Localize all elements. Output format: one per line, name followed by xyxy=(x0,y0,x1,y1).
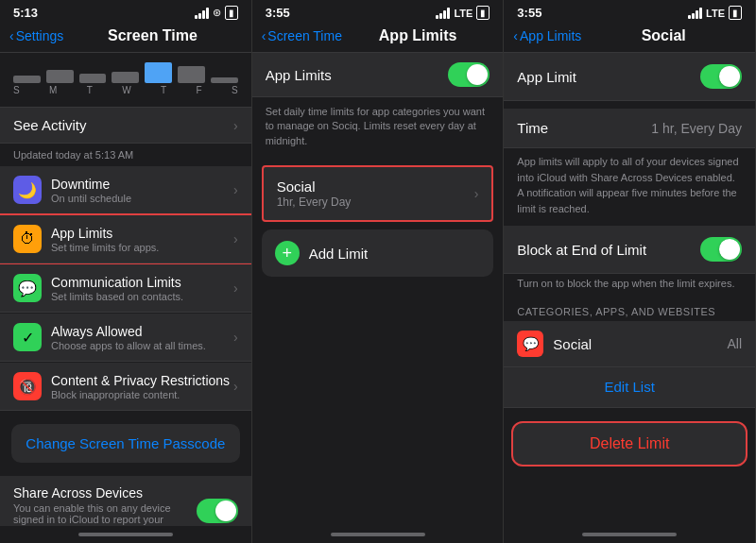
share-title: Share Across Devices xyxy=(13,485,197,501)
always-allowed-item[interactable]: ✓ Always Allowed Choose apps to allow at… xyxy=(0,314,251,362)
chevron-left-icon-1: ‹ xyxy=(9,28,14,43)
nav-bar-3: ‹ App Limits Social xyxy=(504,24,755,53)
content-privacy-chevron: › xyxy=(233,379,238,394)
share-desc: You can enable this on any device signed… xyxy=(13,502,197,526)
edit-list-label[interactable]: Edit List xyxy=(605,379,655,395)
app-limit-toggle-row: App Limit xyxy=(504,53,755,101)
day-m: M xyxy=(49,85,57,95)
bar-sat xyxy=(211,77,238,83)
downtime-title: Downtime xyxy=(51,177,233,192)
bar-tue xyxy=(79,74,107,83)
lte-icon-3: LTE xyxy=(706,8,725,19)
add-limit-label: Add Limit xyxy=(309,246,369,262)
home-bar-2 xyxy=(331,533,425,536)
status-icons-2: LTE ▮ xyxy=(436,6,490,20)
app-limits-icon: ⏱ xyxy=(13,225,42,253)
social-row-chevron: › xyxy=(474,186,479,201)
graph-bar-wed xyxy=(112,72,139,83)
see-activity-row[interactable]: See Activity › xyxy=(0,108,251,144)
day-w: W xyxy=(122,85,130,95)
nav-bar-2: ‹ Screen Time App Limits xyxy=(252,24,504,53)
signal-bars-1 xyxy=(195,8,209,19)
signal-bar-1 xyxy=(195,15,198,19)
social-limit-row[interactable]: Social 1hr, Every Day › xyxy=(262,165,494,222)
delete-limit-button[interactable]: Delete Limit xyxy=(513,423,746,465)
battery-icon-3: ▮ xyxy=(729,6,742,20)
nav-back-label-2[interactable]: Screen Time xyxy=(267,28,342,43)
nav-back-2[interactable]: ‹ Screen Time xyxy=(262,28,342,43)
see-activity-label: See Activity xyxy=(13,117,233,133)
block-end-desc: Turn on to block the app when the limit … xyxy=(504,274,755,297)
social-cat-icon: 💬 xyxy=(517,331,543,357)
day-f: F xyxy=(196,85,201,95)
day-s2: S xyxy=(232,85,238,95)
panel-screen-time: 5:13 ⊛ ▮ ‹ Settings Screen Time xyxy=(0,0,252,543)
comm-limits-text: Communication Limits Set limits based on… xyxy=(51,275,233,302)
bar-sun xyxy=(13,76,41,83)
graph-bar-thu xyxy=(145,62,172,83)
bar-fri xyxy=(178,66,205,83)
downtime-item[interactable]: 🌙 Downtime On until schedule › xyxy=(0,166,251,214)
app-limits-title: App Limits xyxy=(51,226,233,241)
graph-bar-sat xyxy=(211,77,238,83)
block-end-label: Block at End of Limit xyxy=(517,242,700,258)
nav-back-label-3[interactable]: App Limits xyxy=(520,28,581,43)
comm-limits-item[interactable]: 💬 Communication Limits Set limits based … xyxy=(0,264,251,313)
graph-bar-fri xyxy=(178,66,205,83)
signal-bar-4 xyxy=(206,8,209,19)
status-time-3: 3:55 xyxy=(517,6,541,20)
see-activity-chevron: › xyxy=(233,118,238,133)
app-limit-toggle[interactable] xyxy=(700,64,742,89)
graph-bar-mon xyxy=(46,70,74,83)
comm-limits-subtitle: Set limits based on contacts. xyxy=(51,291,233,302)
signal-bar-2 xyxy=(198,13,201,19)
always-allowed-chevron: › xyxy=(233,330,238,345)
social-cat-label: Social xyxy=(553,336,727,352)
delete-limit-label: Delete Limit xyxy=(526,435,732,452)
content-privacy-subtitle: Block inappropriate content. xyxy=(51,389,233,400)
nav-back-1[interactable]: ‹ Settings xyxy=(9,28,63,43)
nav-bar-1: ‹ Settings Screen Time xyxy=(0,24,251,53)
nav-back-3[interactable]: ‹ App Limits xyxy=(513,28,581,43)
scroll-area-2: App Limits Set daily time limits for app… xyxy=(252,53,504,526)
app-limit-desc-text: App limits will apply to all of your dev… xyxy=(504,148,755,226)
always-allowed-subtitle: Choose apps to allow at all times. xyxy=(51,340,233,351)
battery-icon-1: ▮ xyxy=(225,6,238,20)
signal-bars-2 xyxy=(436,8,450,19)
share-across-row[interactable]: Share Across Devices You can enable this… xyxy=(0,476,251,526)
change-passcode-button[interactable]: Change Screen Time Passcode xyxy=(11,424,240,463)
always-allowed-title: Always Allowed xyxy=(51,324,233,339)
time-row[interactable]: Time 1 hr, Every Day xyxy=(504,109,755,148)
nav-back-label-1[interactable]: Settings xyxy=(16,28,64,43)
day-t2: T xyxy=(161,85,166,95)
home-indicator-1 xyxy=(0,526,251,543)
status-bar-3: 3:55 LTE ▮ xyxy=(504,0,755,24)
app-limits-toggle[interactable] xyxy=(448,62,490,87)
social-row-sub: 1hr, Every Day xyxy=(277,195,474,209)
downtime-chevron: › xyxy=(233,182,238,197)
content-privacy-item[interactable]: 🔞 Content & Privacy Restrictions Block i… xyxy=(0,363,251,411)
downtime-icon: 🌙 xyxy=(13,176,42,204)
social-row-text: Social 1hr, Every Day xyxy=(277,178,474,209)
app-limits-text: App Limits Set time limits for apps. xyxy=(51,226,233,253)
chevron-left-icon-3: ‹ xyxy=(513,28,518,43)
app-limits-item[interactable]: ⏱ App Limits Set time limits for apps. › xyxy=(0,215,251,263)
app-limit-label: App Limit xyxy=(517,69,700,85)
home-bar-3 xyxy=(582,533,677,536)
add-limit-icon: + xyxy=(275,241,300,265)
status-time-2: 3:55 xyxy=(266,6,290,20)
share-toggle[interactable] xyxy=(197,499,238,523)
graph-bars xyxy=(13,57,238,83)
status-bar-1: 5:13 ⊛ ▮ xyxy=(0,0,251,24)
scroll-area-3: App Limit Time 1 hr, Every Day App limit… xyxy=(504,53,755,526)
block-end-toggle[interactable] xyxy=(700,237,742,262)
status-bar-2: 3:55 LTE ▮ xyxy=(252,0,504,24)
comm-limits-title: Communication Limits xyxy=(51,275,233,290)
edit-list-row[interactable]: Edit List xyxy=(504,367,755,408)
add-limit-row[interactable]: + Add Limit xyxy=(262,229,494,277)
home-indicator-2 xyxy=(252,526,504,543)
comm-limits-icon: 💬 xyxy=(13,274,42,302)
app-limits-chevron: › xyxy=(233,231,238,246)
app-limits-toggle-row: App Limits xyxy=(252,53,504,97)
graph-bar-sun xyxy=(13,76,41,83)
